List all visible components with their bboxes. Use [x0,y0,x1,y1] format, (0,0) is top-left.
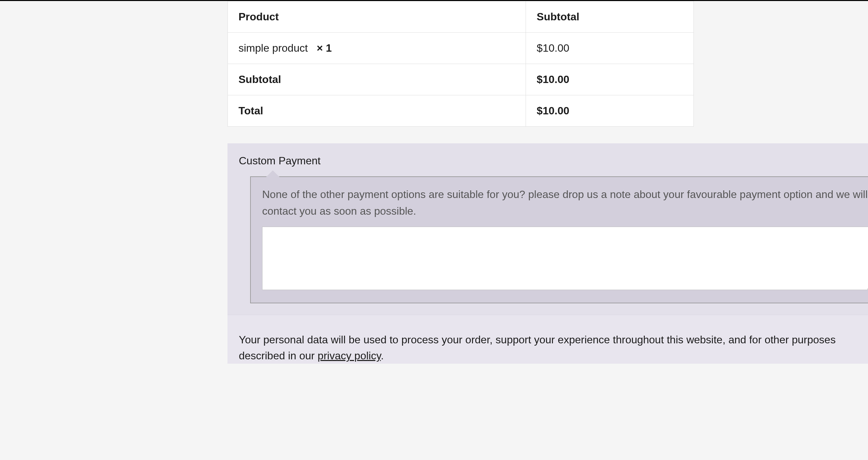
privacy-text: Your personal data will be used to proce… [239,332,868,364]
payment-note-textarea[interactable] [262,227,868,290]
total-label: Total [228,95,526,127]
order-review-table: Product Subtotal simple product × 1 $10.… [227,1,694,127]
payment-method-section: Custom Payment None of the other payment… [227,143,868,315]
privacy-section: Your personal data will be used to proce… [227,315,868,364]
subtotal-row: Subtotal $10.00 [228,64,694,95]
product-header: Product [228,1,526,33]
subtotal-label: Subtotal [228,64,526,95]
payment-description: None of the other payment options are su… [262,186,868,219]
order-item-row: simple product × 1 $10.00 [228,33,694,64]
subtotal-value: $10.00 [526,64,694,95]
payment-method-box: None of the other payment options are su… [250,176,868,303]
product-name: simple product [239,42,308,54]
privacy-text-after: . [381,350,384,362]
product-price: $10.00 [526,33,694,64]
total-value: $10.00 [526,95,694,127]
privacy-policy-link[interactable]: privacy policy [318,350,381,362]
subtotal-header: Subtotal [526,1,694,33]
total-row: Total $10.00 [228,95,694,127]
payment-method-title: Custom Payment [239,155,868,167]
product-quantity: × 1 [317,42,332,54]
